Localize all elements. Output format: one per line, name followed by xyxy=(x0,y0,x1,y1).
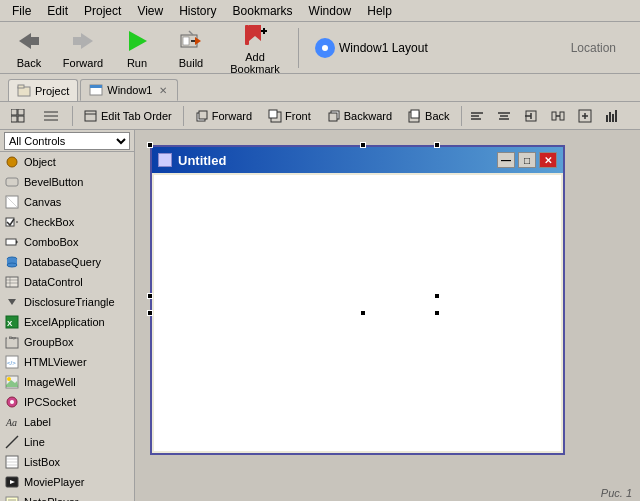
svg-rect-30 xyxy=(199,111,207,119)
data-icon xyxy=(4,274,20,290)
sidebar-item-disclosuretriangle[interactable]: DisclosureTriangle xyxy=(0,292,134,312)
align-center-button[interactable] xyxy=(493,105,518,127)
svg-marker-11 xyxy=(249,25,261,41)
run-button[interactable]: Run xyxy=(112,25,162,71)
backward-button[interactable]: Backward xyxy=(320,105,399,127)
svg-rect-3 xyxy=(73,37,81,45)
distribute-icon xyxy=(551,109,565,123)
svg-rect-17 xyxy=(18,85,24,88)
forward-button[interactable]: Forward xyxy=(58,25,108,71)
svg-rect-36 xyxy=(411,110,419,118)
image-icon xyxy=(4,374,20,390)
menu-bookmarks[interactable]: Bookmarks xyxy=(225,2,301,20)
sidebar-item-groupbox[interactable]: Grp GroupBox xyxy=(0,332,134,352)
size-button[interactable] xyxy=(574,105,599,127)
tab-window1-close[interactable]: ✕ xyxy=(157,84,169,96)
menu-window[interactable]: Window xyxy=(301,2,360,20)
list-icon xyxy=(44,109,58,123)
backward-label: Backward xyxy=(344,110,392,122)
menu-history[interactable]: History xyxy=(171,2,224,20)
tab-window1[interactable]: Window1 ✕ xyxy=(80,79,177,101)
front-button[interactable]: Front xyxy=(261,105,318,127)
svg-rect-20 xyxy=(11,109,17,115)
svg-marker-63 xyxy=(16,240,18,244)
controls-dropdown[interactable]: All Controls xyxy=(4,132,130,150)
menu-edit[interactable]: Edit xyxy=(39,2,76,20)
edit-tab-order-button[interactable]: Edit Tab Order xyxy=(77,105,179,127)
back-order-button[interactable]: Back xyxy=(401,105,456,127)
canvas-icon xyxy=(4,194,20,210)
sidebar-item-movieplayer[interactable]: MoviePlayer xyxy=(0,472,134,492)
window-titlebar: Untitled — □ ✕ xyxy=(152,147,563,173)
svg-rect-47 xyxy=(560,112,564,120)
design-area[interactable]: Untitled — □ ✕ Рис. 1 xyxy=(135,130,640,501)
window-minimize-button[interactable]: — xyxy=(497,152,515,168)
sidebar-item-ipcsocket[interactable]: IPCSocket xyxy=(0,392,134,412)
handle-br[interactable] xyxy=(434,310,440,316)
window-maximize-button[interactable]: □ xyxy=(518,152,536,168)
chart-button[interactable] xyxy=(601,105,626,127)
svg-point-80 xyxy=(7,377,11,381)
svg-line-85 xyxy=(6,436,18,448)
handle-mr[interactable] xyxy=(434,293,440,299)
handle-ml[interactable] xyxy=(147,293,153,299)
grid-view-button[interactable] xyxy=(4,105,35,127)
svg-text:</>: </> xyxy=(7,360,16,366)
sidebar-item-line[interactable]: Line xyxy=(0,432,134,452)
align-right-button[interactable] xyxy=(520,105,545,127)
chart-icon xyxy=(605,109,619,123)
menu-file[interactable]: File xyxy=(4,2,39,20)
handle-bl[interactable] xyxy=(147,310,153,316)
sidebar-item-imagewell[interactable]: ImageWell xyxy=(0,372,134,392)
window-controls: — □ ✕ xyxy=(497,152,557,168)
handle-bc[interactable] xyxy=(360,310,366,316)
sidebar-item-bevelbutton[interactable]: BevelButton xyxy=(0,172,134,192)
sidebar-item-label[interactable]: Aa Label xyxy=(0,412,134,432)
sidebar-item-canvas[interactable]: Canvas xyxy=(0,192,134,212)
window-title-icon xyxy=(158,153,172,167)
svg-rect-57 xyxy=(6,178,18,186)
forward-order-label: Forward xyxy=(212,110,252,122)
svg-point-66 xyxy=(7,263,17,267)
sidebar-item-databasequery[interactable]: DatabaseQuery xyxy=(0,252,134,272)
sidebar-item-combobox[interactable]: ComboBox xyxy=(0,232,134,252)
menu-project[interactable]: Project xyxy=(76,2,129,20)
sidebar-item-checkbox[interactable]: CheckBox xyxy=(0,212,134,232)
handle-tl[interactable] xyxy=(147,142,153,148)
tab-window1-label: Window1 xyxy=(107,84,152,96)
menu-view[interactable]: View xyxy=(129,2,171,20)
sidebar-item-datacontrol[interactable]: DataControl xyxy=(0,272,134,292)
label-icon: Aa xyxy=(4,414,20,430)
sidebar-item-htmlviewer[interactable]: </> HTMLViewer xyxy=(0,352,134,372)
editor-sep-3 xyxy=(461,106,462,126)
sidebar-item-listbox[interactable]: ListBox xyxy=(0,452,134,472)
add-bookmark-button[interactable]: Add Bookmark xyxy=(220,25,290,71)
distribute-button[interactable] xyxy=(547,105,572,127)
handle-tc[interactable] xyxy=(360,142,366,148)
back-button[interactable]: Back xyxy=(4,25,54,71)
tab-project[interactable]: Project xyxy=(8,79,78,101)
svg-rect-6 xyxy=(183,37,189,45)
window1-tab-icon xyxy=(89,83,103,97)
run-icon xyxy=(123,27,151,55)
sidebar-item-object[interactable]: Object xyxy=(0,152,134,172)
align-left-button[interactable] xyxy=(466,105,491,127)
svg-marker-2 xyxy=(81,33,93,49)
menu-help[interactable]: Help xyxy=(359,2,400,20)
front-icon xyxy=(268,109,282,123)
sidebar-item-noteplayer[interactable]: NotePlayer xyxy=(0,492,134,501)
handle-tr[interactable] xyxy=(434,142,440,148)
list-view-button[interactable] xyxy=(37,105,68,127)
editor-sep-1 xyxy=(72,106,73,126)
svg-point-83 xyxy=(10,400,14,404)
window-close-button[interactable]: ✕ xyxy=(539,152,557,168)
build-button[interactable]: Build xyxy=(166,25,216,71)
forward-order-button[interactable]: Forward xyxy=(188,105,259,127)
svg-rect-27 xyxy=(85,111,96,121)
svg-marker-8 xyxy=(195,37,201,45)
forward-icon xyxy=(69,27,97,55)
svg-rect-54 xyxy=(612,114,614,122)
edit-tab-order-label: Edit Tab Order xyxy=(101,110,172,122)
sidebar-item-excelapplication[interactable]: X ExcelApplication xyxy=(0,312,134,332)
svg-rect-21 xyxy=(18,109,24,115)
